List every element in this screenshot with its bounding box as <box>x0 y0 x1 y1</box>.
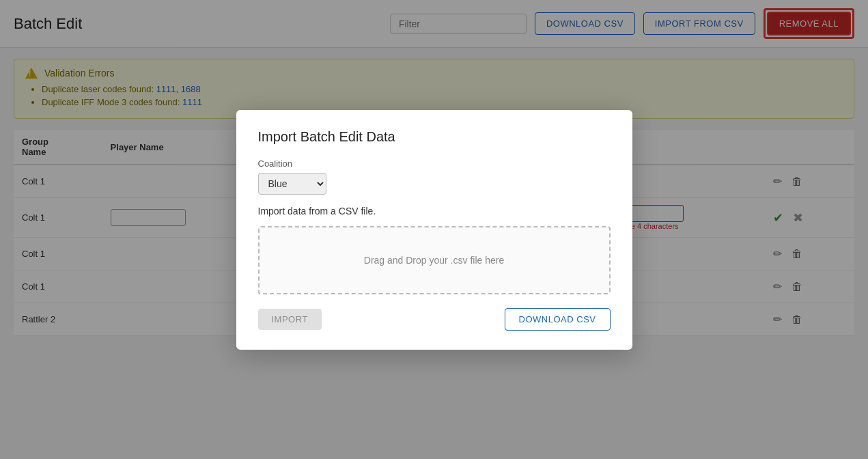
modal-overlay: Import Batch Edit Data Coalition Blue Re… <box>0 0 868 336</box>
modal-footer: IMPORT DOWNLOAD CSV <box>258 308 611 331</box>
modal-description: Import data from a CSV file. <box>258 206 611 217</box>
drop-zone-text: Drag and Drop your .csv file here <box>364 255 504 266</box>
coalition-select[interactable]: Blue Red <box>258 173 326 195</box>
import-button[interactable]: IMPORT <box>258 309 322 330</box>
import-modal: Import Batch Edit Data Coalition Blue Re… <box>236 110 632 337</box>
modal-download-csv-button[interactable]: DOWNLOAD CSV <box>505 308 611 331</box>
file-drop-zone[interactable]: Drag and Drop your .csv file here <box>258 226 611 294</box>
modal-title: Import Batch Edit Data <box>258 129 611 145</box>
coalition-label: Coalition <box>258 158 611 169</box>
